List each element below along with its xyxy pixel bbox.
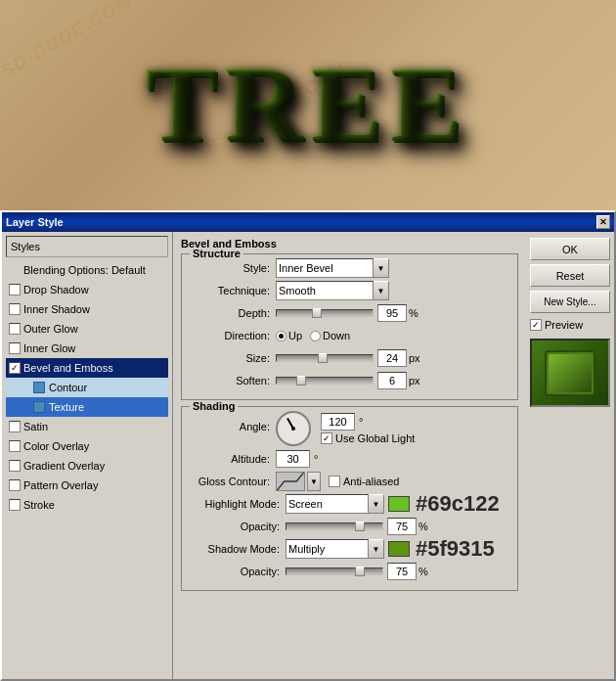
size-row: Size: px <box>188 348 511 368</box>
sidebar-item-contour[interactable]: Contour <box>6 378 168 397</box>
anti-alias-checkbox[interactable] <box>329 476 340 487</box>
depth-slider-thumb[interactable] <box>312 308 322 318</box>
depth-slider-track[interactable] <box>276 309 374 317</box>
contour-dropdown[interactable]: ▼ <box>307 472 321 491</box>
gradient-overlay-checkbox[interactable] <box>9 460 21 472</box>
sidebar-item-inner-shadow[interactable]: Inner Shadow <box>6 299 168 319</box>
highlight-mode-select[interactable] <box>286 494 369 514</box>
styles-section-label[interactable]: Styles <box>6 236 168 257</box>
global-light-row[interactable]: ✓ Use Global Light <box>321 432 415 444</box>
sidebar-item-outer-glow[interactable]: Outer Glow <box>6 319 168 339</box>
dialog-title: Layer Style <box>6 216 64 228</box>
right-panel: OK Reset New Style... ✓ Preview <box>526 232 614 679</box>
sidebar-item-blending-options[interactable]: Blending Options: Default <box>6 260 168 280</box>
technique-label: Technique: <box>188 285 276 296</box>
style-select-combo[interactable]: ▼ <box>276 258 389 278</box>
style-row: Style: ▼ <box>188 258 511 278</box>
inner-shadow-checkbox[interactable] <box>9 303 21 315</box>
sidebar-item-texture[interactable]: Texture <box>6 397 168 417</box>
direction-up[interactable]: Up <box>276 330 302 341</box>
drop-shadow-checkbox[interactable] <box>9 284 21 295</box>
shadow-color-swatch[interactable] <box>388 541 410 557</box>
satin-checkbox[interactable] <box>9 421 21 432</box>
sidebar-item-label: Drop Shadow <box>23 284 89 295</box>
highlight-opacity-slider[interactable] <box>286 522 383 530</box>
highlight-mode-combo[interactable]: ▼ <box>286 494 384 514</box>
highlight-opacity-thumb[interactable] <box>355 522 365 531</box>
sidebar-item-color-overlay[interactable]: Color Overlay <box>6 436 168 456</box>
ok-button[interactable]: OK <box>530 238 610 260</box>
highlight-mode-arrow[interactable]: ▼ <box>369 494 384 514</box>
altitude-row: Altitude: ° <box>188 449 511 469</box>
shadow-opacity-row: Opacity: % <box>188 562 511 581</box>
soften-slider-track[interactable] <box>276 377 374 385</box>
structure-group: Structure Style: ▼ Technique: ▼ <box>181 253 518 400</box>
direction-down-radio[interactable] <box>310 331 321 341</box>
sidebar-item-satin[interactable]: Satin <box>6 417 168 436</box>
preview-svg <box>541 346 599 400</box>
pattern-overlay-checkbox[interactable] <box>9 479 21 491</box>
sidebar-item-gradient-overlay[interactable]: Gradient Overlay <box>6 456 168 476</box>
technique-dropdown-arrow[interactable]: ▼ <box>374 281 389 300</box>
highlight-opacity-unit: % <box>418 521 428 532</box>
size-slider-thumb[interactable] <box>318 353 328 363</box>
size-slider-track[interactable] <box>276 354 374 362</box>
texture-icon <box>33 401 45 413</box>
shadow-mode-arrow[interactable]: ▼ <box>369 539 384 559</box>
depth-input[interactable] <box>377 304 407 322</box>
direction-up-radio[interactable] <box>276 331 286 341</box>
direction-up-label: Up <box>288 330 302 341</box>
sidebar-item-bevel-emboss[interactable]: Bevel and Emboss <box>6 358 168 378</box>
style-select[interactable] <box>276 258 374 278</box>
watermark1: PSD-DUDE.COM <box>0 0 136 89</box>
style-dropdown-arrow[interactable]: ▼ <box>374 258 389 278</box>
preview-checkbox[interactable]: ✓ <box>530 319 542 331</box>
sidebar-item-pattern-overlay[interactable]: Pattern Overlay <box>6 476 168 495</box>
shadow-opacity-input[interactable] <box>387 563 417 580</box>
sidebar-item-inner-glow[interactable]: Inner Glow <box>6 339 168 358</box>
technique-select[interactable] <box>276 281 374 300</box>
sidebar-item-label: Satin <box>23 421 48 432</box>
bevel-emboss-checkbox[interactable] <box>9 362 21 374</box>
reset-button[interactable]: Reset <box>530 264 610 287</box>
highlight-opacity-input[interactable] <box>387 518 417 535</box>
new-style-button[interactable]: New Style... <box>530 291 610 313</box>
shadow-opacity-slider[interactable] <box>286 568 383 575</box>
sidebar-item-stroke[interactable]: Stroke <box>6 495 168 515</box>
technique-row: Technique: ▼ <box>188 281 511 300</box>
altitude-input[interactable] <box>276 450 310 468</box>
technique-select-combo[interactable]: ▼ <box>276 281 389 300</box>
angle-line <box>286 418 294 429</box>
shadow-opacity-thumb[interactable] <box>355 567 365 576</box>
size-label: Size: <box>188 352 276 364</box>
shadow-hex-label: #5f9315 <box>416 536 495 562</box>
direction-down[interactable]: Down <box>310 330 350 341</box>
contour-curve-svg <box>277 473 304 490</box>
sidebar-item-drop-shadow[interactable]: Drop Shadow <box>6 280 168 299</box>
angle-dial[interactable] <box>276 411 311 446</box>
angle-input[interactable] <box>321 413 355 431</box>
contour-preview[interactable] <box>276 472 305 491</box>
soften-row: Soften: px <box>188 371 511 390</box>
soften-slider-thumb[interactable] <box>296 376 306 386</box>
main-panel: Bevel and Emboss Structure Style: ▼ Tech… <box>173 232 526 679</box>
shadow-mode-select[interactable] <box>286 539 369 559</box>
color-overlay-checkbox[interactable] <box>9 440 21 452</box>
inner-glow-checkbox[interactable] <box>9 342 21 354</box>
preview-checkbox-row[interactable]: ✓ Preview <box>530 319 610 331</box>
shadow-mode-combo[interactable]: ▼ <box>286 539 384 559</box>
highlight-mode-label: Highlight Mode: <box>188 498 286 510</box>
close-button[interactable]: ✕ <box>596 215 610 229</box>
gloss-contour-label: Gloss Contour: <box>188 476 276 487</box>
gloss-contour-row: Gloss Contour: ▼ Anti-aliased <box>188 472 511 491</box>
sidebar-sub-label: Texture <box>49 401 84 413</box>
soften-input[interactable] <box>377 372 407 389</box>
outer-glow-checkbox[interactable] <box>9 323 21 335</box>
size-input[interactable] <box>377 349 407 367</box>
dialog-body: Styles Blending Options: Default Drop Sh… <box>2 232 614 679</box>
highlight-color-swatch[interactable] <box>388 496 410 512</box>
stroke-checkbox[interactable] <box>9 499 21 511</box>
global-light-checkbox[interactable]: ✓ <box>321 432 332 444</box>
direction-label: Direction: <box>188 330 276 341</box>
anti-alias-row[interactable]: Anti-aliased <box>329 476 399 487</box>
